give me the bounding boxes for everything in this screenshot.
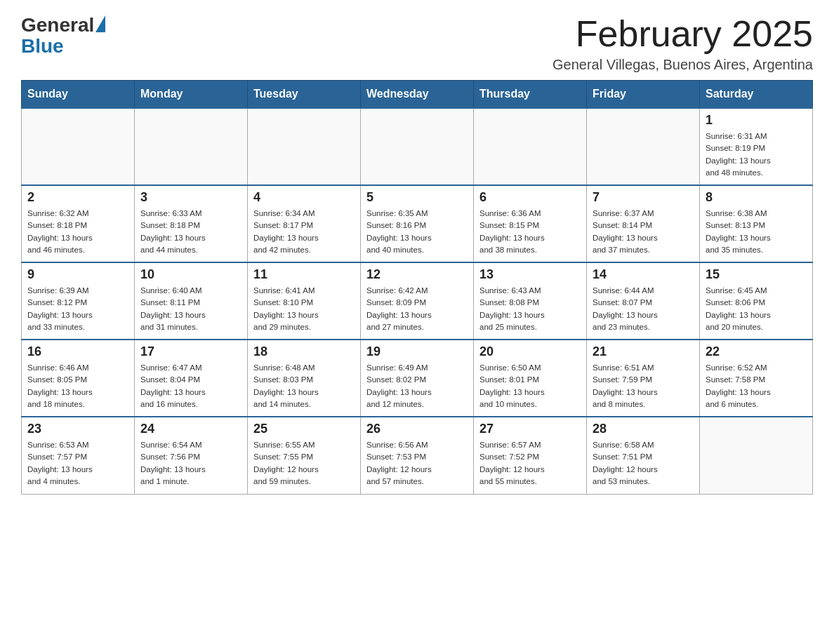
day-info: Sunrise: 6:57 AM Sunset: 7:52 PM Dayligh…	[479, 439, 581, 488]
weekday-header-tuesday: Tuesday	[248, 81, 361, 109]
calendar-cell: 11Sunrise: 6:41 AM Sunset: 8:10 PM Dayli…	[248, 262, 361, 340]
weekday-header-sunday: Sunday	[22, 81, 135, 109]
calendar-cell: 19Sunrise: 6:49 AM Sunset: 8:02 PM Dayli…	[361, 340, 474, 417]
calendar-cell	[474, 108, 587, 185]
calendar-cell	[135, 108, 248, 185]
location: General Villegas, Buenos Aires, Argentin…	[552, 57, 813, 73]
day-number: 6	[479, 190, 581, 205]
calendar-cell: 6Sunrise: 6:36 AM Sunset: 8:15 PM Daylig…	[474, 185, 587, 262]
day-info: Sunrise: 6:36 AM Sunset: 8:15 PM Dayligh…	[479, 208, 581, 256]
day-info: Sunrise: 6:38 AM Sunset: 8:13 PM Dayligh…	[706, 208, 807, 256]
day-number: 17	[140, 344, 241, 359]
day-info: Sunrise: 6:35 AM Sunset: 8:16 PM Dayligh…	[366, 208, 468, 256]
logo-blue-text: Blue	[21, 35, 64, 58]
day-number: 8	[706, 190, 807, 205]
day-info: Sunrise: 6:37 AM Sunset: 8:14 PM Dayligh…	[593, 208, 694, 256]
calendar-table: SundayMondayTuesdayWednesdayThursdayFrid…	[21, 80, 813, 495]
day-number: 4	[253, 190, 355, 205]
day-info: Sunrise: 6:40 AM Sunset: 8:11 PM Dayligh…	[140, 285, 241, 333]
calendar-cell	[361, 108, 474, 185]
day-number: 10	[140, 267, 241, 282]
calendar-cell: 18Sunrise: 6:48 AM Sunset: 8:03 PM Dayli…	[248, 340, 361, 417]
day-number: 9	[27, 267, 128, 282]
logo-top: General	[21, 14, 105, 36]
calendar-cell: 7Sunrise: 6:37 AM Sunset: 8:14 PM Daylig…	[587, 185, 700, 262]
day-info: Sunrise: 6:47 AM Sunset: 8:04 PM Dayligh…	[140, 362, 241, 410]
title-section: February 2025 General Villegas, Buenos A…	[552, 14, 813, 73]
calendar-cell	[22, 108, 135, 185]
calendar-cell: 2Sunrise: 6:32 AM Sunset: 8:18 PM Daylig…	[22, 185, 135, 262]
calendar-week-row: 1Sunrise: 6:31 AM Sunset: 8:19 PM Daylig…	[22, 108, 813, 185]
calendar-cell: 14Sunrise: 6:44 AM Sunset: 8:07 PM Dayli…	[587, 262, 700, 340]
day-number: 22	[706, 344, 807, 359]
weekday-header-wednesday: Wednesday	[361, 81, 474, 109]
day-number: 16	[27, 344, 128, 359]
calendar-cell: 16Sunrise: 6:46 AM Sunset: 8:05 PM Dayli…	[22, 340, 135, 417]
day-number: 3	[140, 190, 241, 205]
day-info: Sunrise: 6:52 AM Sunset: 7:58 PM Dayligh…	[706, 362, 807, 410]
day-number: 2	[27, 190, 128, 205]
day-info: Sunrise: 6:56 AM Sunset: 7:53 PM Dayligh…	[366, 439, 468, 488]
calendar-cell: 8Sunrise: 6:38 AM Sunset: 8:13 PM Daylig…	[700, 185, 813, 262]
day-number: 21	[593, 344, 694, 359]
day-number: 23	[27, 422, 128, 436]
calendar-cell: 1Sunrise: 6:31 AM Sunset: 8:19 PM Daylig…	[700, 108, 813, 185]
day-number: 24	[140, 422, 241, 436]
day-number: 26	[366, 422, 468, 436]
day-number: 18	[253, 344, 355, 359]
calendar-cell: 13Sunrise: 6:43 AM Sunset: 8:08 PM Dayli…	[474, 262, 587, 340]
weekday-header-friday: Friday	[587, 81, 700, 109]
day-info: Sunrise: 6:58 AM Sunset: 7:51 PM Dayligh…	[593, 439, 694, 488]
day-info: Sunrise: 6:54 AM Sunset: 7:56 PM Dayligh…	[140, 439, 241, 488]
calendar-week-row: 23Sunrise: 6:53 AM Sunset: 7:57 PM Dayli…	[22, 417, 813, 494]
calendar-cell: 4Sunrise: 6:34 AM Sunset: 8:17 PM Daylig…	[248, 185, 361, 262]
logo-triangle-icon	[95, 15, 105, 32]
day-number: 7	[593, 190, 694, 205]
day-info: Sunrise: 6:53 AM Sunset: 7:57 PM Dayligh…	[27, 439, 128, 488]
calendar-cell: 21Sunrise: 6:51 AM Sunset: 7:59 PM Dayli…	[587, 340, 700, 417]
calendar-cell: 25Sunrise: 6:55 AM Sunset: 7:55 PM Dayli…	[248, 417, 361, 494]
day-number: 14	[593, 267, 694, 282]
calendar-week-row: 9Sunrise: 6:39 AM Sunset: 8:12 PM Daylig…	[22, 262, 813, 340]
calendar-cell: 24Sunrise: 6:54 AM Sunset: 7:56 PM Dayli…	[135, 417, 248, 494]
day-info: Sunrise: 6:31 AM Sunset: 8:19 PM Dayligh…	[706, 130, 807, 179]
day-number: 13	[479, 267, 581, 282]
day-info: Sunrise: 6:49 AM Sunset: 8:02 PM Dayligh…	[366, 362, 468, 410]
calendar-cell: 3Sunrise: 6:33 AM Sunset: 8:18 PM Daylig…	[135, 185, 248, 262]
weekday-header-monday: Monday	[135, 81, 248, 109]
calendar-cell: 12Sunrise: 6:42 AM Sunset: 8:09 PM Dayli…	[361, 262, 474, 340]
day-info: Sunrise: 6:50 AM Sunset: 8:01 PM Dayligh…	[479, 362, 581, 410]
day-info: Sunrise: 6:51 AM Sunset: 7:59 PM Dayligh…	[593, 362, 694, 410]
calendar-cell: 23Sunrise: 6:53 AM Sunset: 7:57 PM Dayli…	[22, 417, 135, 494]
weekday-header-thursday: Thursday	[474, 81, 587, 109]
day-info: Sunrise: 6:45 AM Sunset: 8:06 PM Dayligh…	[706, 285, 807, 333]
day-number: 12	[366, 267, 468, 282]
logo: General Blue	[21, 14, 105, 58]
day-number: 19	[366, 344, 468, 359]
day-number: 27	[479, 422, 581, 436]
day-info: Sunrise: 6:55 AM Sunset: 7:55 PM Dayligh…	[253, 439, 355, 488]
day-info: Sunrise: 6:48 AM Sunset: 8:03 PM Dayligh…	[253, 362, 355, 410]
page-header: General Blue February 2025 General Ville…	[21, 14, 813, 73]
day-number: 11	[253, 267, 355, 282]
day-info: Sunrise: 6:43 AM Sunset: 8:08 PM Dayligh…	[479, 285, 581, 333]
day-info: Sunrise: 6:42 AM Sunset: 8:09 PM Dayligh…	[366, 285, 468, 333]
calendar-cell: 20Sunrise: 6:50 AM Sunset: 8:01 PM Dayli…	[474, 340, 587, 417]
month-title: February 2025	[552, 14, 813, 54]
logo-general-text: General	[21, 14, 94, 36]
day-info: Sunrise: 6:39 AM Sunset: 8:12 PM Dayligh…	[27, 285, 128, 333]
calendar-week-row: 2Sunrise: 6:32 AM Sunset: 8:18 PM Daylig…	[22, 185, 813, 262]
calendar-cell: 17Sunrise: 6:47 AM Sunset: 8:04 PM Dayli…	[135, 340, 248, 417]
calendar-header-row: SundayMondayTuesdayWednesdayThursdayFrid…	[22, 81, 813, 109]
calendar-cell	[587, 108, 700, 185]
day-info: Sunrise: 6:46 AM Sunset: 8:05 PM Dayligh…	[27, 362, 128, 410]
calendar-cell: 22Sunrise: 6:52 AM Sunset: 7:58 PM Dayli…	[700, 340, 813, 417]
day-number: 20	[479, 344, 581, 359]
calendar-cell: 26Sunrise: 6:56 AM Sunset: 7:53 PM Dayli…	[361, 417, 474, 494]
calendar-cell: 9Sunrise: 6:39 AM Sunset: 8:12 PM Daylig…	[22, 262, 135, 340]
day-info: Sunrise: 6:41 AM Sunset: 8:10 PM Dayligh…	[253, 285, 355, 333]
calendar-week-row: 16Sunrise: 6:46 AM Sunset: 8:05 PM Dayli…	[22, 340, 813, 417]
calendar-cell: 27Sunrise: 6:57 AM Sunset: 7:52 PM Dayli…	[474, 417, 587, 494]
calendar-cell: 10Sunrise: 6:40 AM Sunset: 8:11 PM Dayli…	[135, 262, 248, 340]
day-info: Sunrise: 6:33 AM Sunset: 8:18 PM Dayligh…	[140, 208, 241, 256]
